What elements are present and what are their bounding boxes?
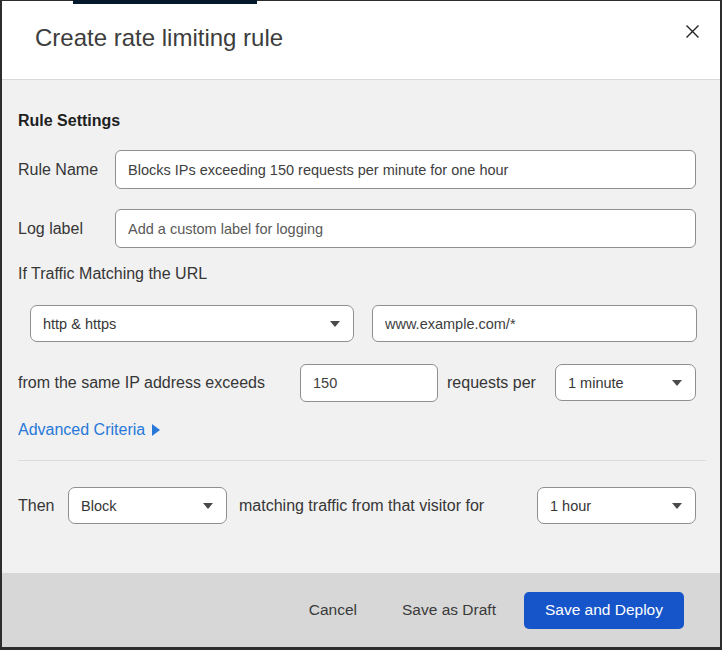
chevron-down-icon: [672, 503, 682, 509]
chevron-down-icon: [672, 380, 682, 386]
scheme-select-value: http & https: [43, 316, 116, 332]
rule-name-input[interactable]: [115, 150, 696, 189]
action-select-value: Block: [81, 498, 116, 514]
modal-header: Create rate limiting rule: [2, 1, 720, 80]
period-select-value: 1 minute: [568, 375, 624, 391]
action-select[interactable]: Block: [68, 487, 227, 524]
scheme-select[interactable]: http & https: [30, 305, 354, 342]
log-label-label: Log label: [18, 209, 83, 248]
close-icon: [683, 22, 702, 41]
chevron-right-icon: [152, 424, 160, 436]
section-divider: [18, 460, 706, 461]
modal-body: Rule Settings Rule Name Log label If Tra…: [2, 80, 720, 573]
requests-per-text: requests per: [447, 364, 536, 402]
chevron-down-icon: [330, 321, 340, 327]
rule-settings-heading: Rule Settings: [18, 112, 120, 130]
period-select[interactable]: 1 minute: [555, 364, 696, 401]
then-text: Then: [18, 487, 54, 524]
save-as-draft-button[interactable]: Save as Draft: [400, 593, 498, 627]
top-bar-fragment: [73, 0, 257, 4]
close-button[interactable]: [678, 17, 706, 45]
modal-footer: Cancel Save as Draft Save and Deploy: [2, 573, 720, 647]
chevron-down-icon: [203, 503, 213, 509]
log-label-input[interactable]: [115, 209, 696, 248]
page-title: Create rate limiting rule: [35, 24, 283, 52]
url-pattern-input[interactable]: [372, 305, 697, 342]
rule-name-label: Rule Name: [18, 150, 98, 189]
duration-select[interactable]: 1 hour: [537, 487, 696, 524]
duration-select-value: 1 hour: [550, 498, 591, 514]
matching-text: matching traffic from that visitor for: [239, 487, 484, 524]
threshold-input[interactable]: [300, 364, 438, 402]
cancel-button[interactable]: Cancel: [307, 593, 359, 627]
advanced-criteria-link[interactable]: Advanced Criteria: [18, 421, 160, 439]
exceeds-text: from the same IP address exceeds: [18, 364, 265, 402]
traffic-match-intro: If Traffic Matching the URL: [18, 265, 207, 283]
save-and-deploy-button[interactable]: Save and Deploy: [524, 592, 684, 629]
advanced-criteria-label: Advanced Criteria: [18, 421, 145, 439]
